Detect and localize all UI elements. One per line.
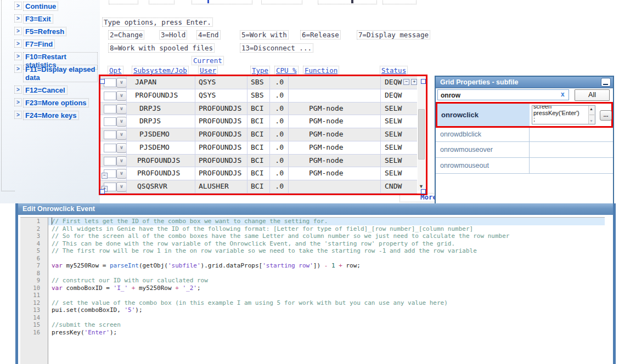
table-row[interactable]: ∨QSQSRVRALUSHERBCI.0CNDW — [100, 180, 417, 194]
sidebar-item-f12-cancel[interactable]: >F12=Cancel — [14, 86, 67, 95]
cpu-cell: .0 — [269, 103, 288, 115]
panel-title-bar[interactable]: Grid Properties - subfile — [436, 77, 613, 88]
selection-handle[interactable] — [421, 189, 426, 194]
line-number: 12 — [20, 299, 48, 307]
sidebar-item-f23-more-options[interactable]: >F23=More options — [14, 98, 89, 107]
function-cell — [288, 76, 380, 89]
option-label: 8=Work with spooled files — [108, 43, 215, 53]
property-search-input[interactable]: onrow — [437, 89, 569, 100]
line-number: 5 — [20, 247, 48, 255]
onrowclick-property-row[interactable]: onrowclick screen pressKey('Enter') ; ▲ … — [436, 102, 613, 128]
opt-combo-button[interactable]: ∨ — [116, 91, 126, 101]
all-properties-button[interactable]: All — [575, 89, 610, 101]
table-row[interactable]: ∨PROFOUNDJSQSYSSBS.0DEQW — [100, 89, 417, 103]
code-token: // This can be done with the row variabl… — [52, 240, 455, 247]
grid-scrollbar[interactable]: ▼ — [418, 79, 425, 191]
code-token: '_2' — [182, 285, 197, 292]
table-row[interactable]: ∨DRPJSPROFOUNDJSBCI.0PGM-nodeSELW — [100, 103, 417, 116]
code-line: // So for the screen all of the combo bo… — [48, 232, 605, 240]
opt-input[interactable] — [104, 157, 116, 166]
table-row[interactable]: ∨PJSDEMOPROFOUNDJSBCI.0PGM-nodeSELW — [100, 141, 417, 155]
edit-event-ellipsis-button[interactable]: ... — [600, 110, 612, 121]
opt-combo-button[interactable]: ∨ — [116, 169, 126, 179]
opt-input[interactable] — [104, 144, 116, 152]
sidebar-item-f24-more-keys[interactable]: >F24=More keys — [14, 111, 79, 120]
function-key-sidebar: >Continue>F3=Exit>F5=Refresh>F7=Find>F10… — [0, 0, 100, 203]
scroll-down-icon[interactable]: ▼ — [589, 119, 593, 123]
opt-input[interactable] — [104, 117, 116, 126]
sidebar-item-label: F7=Find — [23, 39, 55, 49]
opt-input[interactable] — [104, 130, 116, 139]
sidebar-item-f5-refresh[interactable]: >F5=Refresh — [14, 27, 66, 36]
table-row[interactable]: ∨PROFOUNDJSPROFOUNDJSBCI.0PGM-nodeSELW — [100, 167, 417, 180]
code-token: row; — [342, 262, 361, 269]
collapse-icon[interactable]: − — [403, 79, 409, 85]
type-cell: BCI — [247, 103, 269, 115]
minimize-button[interactable] — [601, 78, 611, 87]
opt-combo-button[interactable]: ∨ — [116, 143, 126, 153]
opt-input[interactable] — [104, 78, 116, 87]
subsystem-cell: DRPJS — [126, 115, 195, 128]
onrowclick-property-name[interactable]: onrowclick — [437, 104, 530, 126]
dialog-title-bar[interactable]: Edit Onrowclick Event — [18, 203, 613, 215]
user-cell: PROFOUNDJS — [195, 155, 247, 167]
opt-input[interactable] — [104, 92, 116, 100]
code-editor[interactable]: 12345678910111213141516 // First lets ge… — [20, 217, 605, 364]
selection-handle[interactable] — [421, 79, 426, 84]
subfile-grid[interactable]: ∨JAPANQSYSSBS.0DEQW−+∨PROFOUNDJSQSYSSBS.… — [99, 75, 427, 195]
sidebar-item-continue[interactable]: >Continue — [14, 2, 58, 11]
table-row[interactable]: ∨JAPANQSYSSBS.0DEQW−+ — [100, 76, 417, 89]
code-line — [48, 270, 605, 277]
code-token: pui.set(comboBoxID, — [52, 306, 124, 314]
textarea-scrollbar[interactable]: ▲ ▼ — [588, 106, 595, 124]
table-row[interactable]: ∨PROFOUNDJSPROFOUNDJSBCI.0PGM-nodeSELW — [100, 155, 417, 168]
line-number: 1 — [20, 218, 48, 225]
code-line: pui.set(comboBoxID, '5'); — [48, 306, 605, 314]
table-row[interactable]: ∨PJSDEMOPROFOUNDJSBCI.0PGM-nodeSELW — [100, 128, 417, 141]
cpu-cell: .0 — [269, 167, 288, 180]
truncated-field — [192, 0, 252, 4]
options-prompt: Type options, press Enter. — [102, 18, 213, 27]
selection-handle[interactable] — [100, 189, 105, 194]
opt-cell: ∨ — [100, 115, 126, 128]
code-line: var comboBoxID = 'I_' + my5250Row + '_2'… — [48, 285, 605, 292]
table-row[interactable]: ∨DRPJSPROFOUNDJSBCI.0PGM-nodeSELW — [100, 115, 417, 128]
code-token: // All widgets in Genie have the ID of t… — [52, 225, 473, 232]
cpu-cell: .0 — [269, 180, 288, 193]
scroll-down-icon[interactable]: ▼ — [419, 184, 424, 189]
function-cell: PGM-node — [288, 141, 380, 154]
clear-search-icon[interactable]: x — [561, 90, 565, 98]
line-number: 7 — [20, 262, 48, 270]
status-cell: SELW — [380, 167, 417, 180]
collapse-icon[interactable]: − — [102, 173, 108, 179]
property-row-onrowdblclick[interactable]: onrowdblclick — [436, 128, 613, 142]
type-cell: BCI — [247, 167, 269, 180]
user-cell: PROFOUNDJS — [195, 103, 247, 115]
onrowclick-value-textarea[interactable]: screen pressKey('Enter') ; ▲ ▼ — [532, 105, 595, 124]
expand-icon[interactable]: + — [411, 79, 417, 85]
opt-combo-button[interactable]: ∨ — [116, 78, 126, 88]
opt-combo-button[interactable]: ∨ — [116, 182, 126, 192]
property-row-onrowmouseout[interactable]: onrowmouseout — [436, 158, 613, 174]
user-cell: PROFOUNDJS — [195, 141, 247, 154]
opt-combo-button[interactable]: ∨ — [116, 130, 126, 140]
function-cell: PGM-node — [288, 115, 380, 128]
sidebar-item-f3-exit[interactable]: >F3=Exit — [14, 14, 53, 24]
sidebar-item-f7-find[interactable]: >F7=Find — [14, 39, 55, 49]
opt-combo-button[interactable]: ∨ — [116, 117, 126, 127]
column-header: Type — [250, 66, 270, 75]
opt-combo-button[interactable]: ∨ — [116, 156, 126, 166]
line-number-gutter: 12345678910111213141516 — [20, 218, 48, 364]
selection-handle[interactable] — [100, 79, 105, 84]
opt-combo-button[interactable]: ∨ — [116, 104, 126, 114]
status-cell: SELW — [380, 155, 417, 167]
opt-input[interactable] — [104, 105, 116, 113]
user-cell: QSYS — [195, 76, 247, 89]
truncated-field — [109, 0, 138, 4]
scroll-up-icon[interactable]: ▲ — [589, 107, 593, 111]
scrollbar-thumb[interactable] — [418, 109, 425, 160]
column-header: Subsystem/Job — [132, 66, 189, 75]
sidebar-item-f11-display-elapsed-data[interactable]: >F11=Display elapsed data — [14, 65, 98, 82]
property-row-onrowmouseover[interactable]: onrowmouseover — [436, 142, 613, 158]
code-token: my5250Row = — [63, 262, 110, 269]
